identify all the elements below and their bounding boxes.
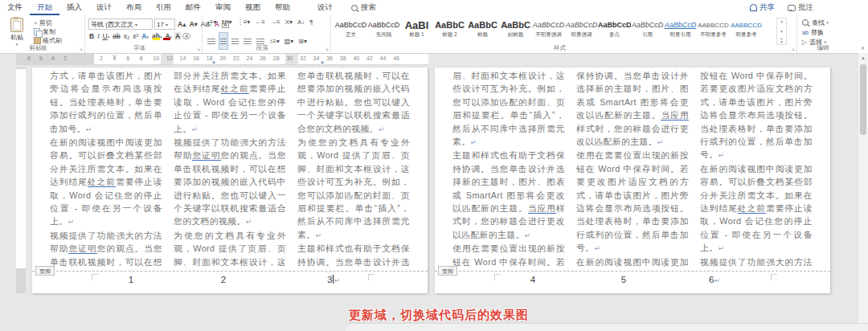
styles-dialog-launcher[interactable]: ↘	[791, 46, 795, 51]
font-family-combobox[interactable]: 等线 (西文正文▾	[88, 18, 153, 30]
strikethrough-button[interactable]: ab	[112, 32, 121, 40]
collapse-ribbon-icon[interactable]: ∧	[861, 45, 865, 51]
paragraph-row-1: •≡▾ 1≡▾ ⋮≡▾ ←≡ →≡ X▾ A↓ ¶	[206, 18, 315, 26]
style-item-2[interactable]: AaBl标题 1	[400, 18, 433, 43]
ribbon-tab-10[interactable]: 设计	[310, 0, 340, 15]
grow-font-button[interactable]: A▴	[177, 20, 186, 28]
text-column[interactable]: 眉、封面和文本框设计，这些设计可互为补充。例如，您可以添加匹配的封面、页眉和提要…	[452, 69, 565, 270]
cut-button[interactable]: ×剪切	[34, 18, 62, 27]
text-column[interactable]: 您单击联机视频时，可以在想要添加的视频的嵌入代码中进行粘贴。您也可以键入一个关键…	[297, 69, 410, 270]
gallery-scroll-down-icon[interactable]: ▾	[780, 29, 783, 34]
text-column[interactable]: 方式，请单击该图片，图片旁边将会显示布局选项按钮。当处理表格时，单击要添加行或列…	[50, 69, 162, 270]
comments-label: 批注	[798, 2, 813, 13]
show-hide-marks-button[interactable]: ¶	[308, 18, 314, 26]
style-item-9[interactable]: AaBbCcD引用	[631, 18, 664, 43]
gallery-more-icon[interactable]: ▾	[780, 39, 783, 44]
style-item-5[interactable]: AaBbC副标题	[499, 18, 532, 43]
sort-button[interactable]: A↓	[296, 18, 306, 26]
copy-button[interactable]: 复制	[34, 27, 62, 36]
ribbon-tab-5[interactable]: 引用	[149, 0, 178, 15]
asian-layout-button[interactable]: X▾	[284, 18, 294, 26]
increase-indent-button[interactable]: →≡	[268, 18, 282, 26]
text-column[interactable]: 按钮在 Word 中保存时间。若要更改图片适应文档的方式，请单击该图片，图片旁边…	[700, 69, 813, 270]
underline-button[interactable]: U▾	[102, 32, 111, 40]
style-item-4[interactable]: AaBbC标题	[466, 18, 499, 43]
vertical-scrollbar[interactable]: ▲	[858, 53, 868, 331]
ruler-number: 14	[180, 55, 186, 61]
highlight-button[interactable]: ab▾	[151, 32, 162, 40]
paste-label: 粘贴	[5, 33, 29, 42]
scrollbar-thumb[interactable]	[860, 64, 866, 135]
paragraph-dialog-launcher[interactable]: ↘	[325, 46, 329, 51]
ribbon-tab-9[interactable]: 帮助	[268, 0, 297, 15]
style-label: 副标题	[499, 31, 532, 39]
comments-button[interactable]: 批注	[781, 2, 820, 13]
paragraph-group-label: 段落	[203, 44, 322, 52]
style-item-12[interactable]: AABBCCD明显参考	[730, 18, 763, 43]
ribbon-tab-7[interactable]: 审阅	[208, 0, 238, 15]
horizontal-ruler[interactable]: ▽ ▲ ▲ 8642246810121416182022242628303234…	[16, 54, 428, 64]
paste-button[interactable]: 粘贴 ▾	[5, 18, 29, 45]
page-number-field[interactable]: 3↵	[321, 275, 346, 284]
search-box[interactable]: 搜索	[351, 2, 376, 13]
text-column[interactable]: 保持协调。当您单击设计并选择新的主题时，图片、图表或 SmartArt 图形将会…	[576, 69, 689, 270]
style-label: 明显参考	[730, 31, 763, 39]
paragraph-mark: ↵	[315, 231, 321, 239]
style-item-8[interactable]: AaBbCcD要点	[598, 18, 631, 43]
style-item-3[interactable]: AaBbC标题 2	[433, 18, 466, 43]
text-run: 方式，请单击该图片，图片旁边将会显示布局选项按钮。当处理表格时，单击要添加行或列…	[50, 71, 162, 133]
page-number-field[interactable]: 5	[612, 275, 636, 284]
style-preview: AaBbCcD	[565, 19, 598, 31]
replace-button[interactable]: ab替换	[797, 27, 857, 37]
ribbon-tab-6[interactable]: 邮件	[178, 0, 208, 15]
share-button[interactable]: 共享	[743, 2, 781, 13]
numbering-button[interactable]: 1≡▾	[219, 18, 233, 26]
decrease-indent-button[interactable]: ←≡	[253, 18, 267, 26]
gallery-scroll-up-icon[interactable]: ▴	[780, 18, 783, 23]
style-item-0[interactable]: AaBbCcD正文	[334, 18, 367, 43]
font-dialog-launcher[interactable]: ↘	[196, 46, 200, 51]
enclose-characters-button[interactable]: A	[182, 33, 190, 39]
style-item-11[interactable]: AABBCCD不明显参考	[697, 18, 730, 43]
share-label: 共享	[760, 2, 775, 13]
page-number-field[interactable]: 6↵	[702, 275, 727, 284]
ruler-number: 8	[27, 55, 31, 61]
styles-gallery-scrollbar[interactable]: ▴ ▾ ▾	[776, 18, 787, 45]
style-item-6[interactable]: AaBbCcD不明显强调	[532, 18, 565, 43]
clipboard-dialog-launcher[interactable]: ↘	[79, 46, 83, 51]
ribbon-tab-4[interactable]: 布局	[119, 0, 149, 15]
bold-button[interactable]: B	[88, 32, 95, 40]
italic-button[interactable]: I	[96, 32, 100, 40]
field-link-text: 处之前	[221, 84, 249, 94]
character-shading-button[interactable]: A	[174, 32, 181, 40]
subscript-button[interactable]: x₂	[123, 32, 131, 40]
bullets-button[interactable]: •≡▾	[206, 18, 218, 26]
text-effects-button[interactable]: A▾	[141, 32, 149, 40]
font-color-button[interactable]: A▾	[164, 32, 173, 40]
footer-tag: 页脚	[35, 266, 55, 276]
ribbon-tab-1[interactable]: 开始	[30, 0, 59, 15]
styles-group-label: 样式	[331, 44, 788, 52]
ribbon-tab-2[interactable]: 插入	[59, 0, 89, 15]
superscript-button[interactable]: x²	[132, 32, 139, 40]
shrink-font-button[interactable]: A▾	[188, 20, 198, 28]
style-item-10[interactable]: AaBbCcD明显引用	[664, 18, 697, 43]
style-item-7[interactable]: AaBbCcD明显强调	[565, 18, 598, 43]
text-column[interactable]: 部分并关注所需文本。如果在达到结尾处之前需要停止读取，Word 会记住您的停止位…	[174, 69, 286, 270]
hanging-indent-marker[interactable]: ▲	[320, 59, 325, 64]
style-item-1[interactable]: AaBbCcD无间隔	[367, 18, 400, 43]
page-number-field[interactable]: 2	[211, 275, 235, 284]
ruler-number: 30	[286, 55, 293, 61]
ribbon-tab-8[interactable]: 视图	[238, 0, 268, 15]
scroll-up-icon[interactable]: ▲	[858, 53, 868, 63]
cell-mark	[92, 274, 98, 280]
multilevel-list-button[interactable]: ⋮≡▾	[235, 18, 252, 26]
page-number-field[interactable]: 4	[521, 275, 545, 284]
cut-icon: ×	[34, 19, 38, 27]
vertical-ruler[interactable]	[16, 67, 26, 293]
ribbon-tab-3[interactable]: 设计	[89, 0, 119, 15]
find-button[interactable]: 查找 ▾	[797, 18, 857, 27]
font-size-combobox[interactable]: 17▾	[154, 18, 175, 30]
ribbon-tab-0[interactable]: 文件	[0, 0, 30, 15]
page-number-field[interactable]: 1	[119, 275, 143, 284]
